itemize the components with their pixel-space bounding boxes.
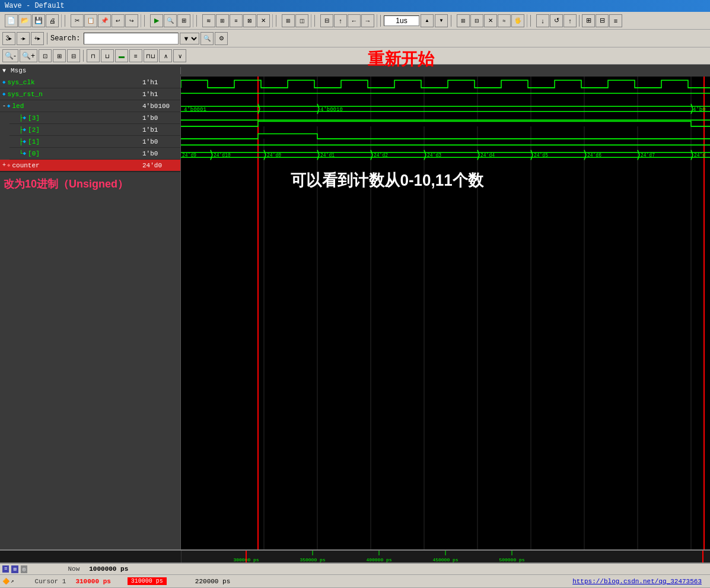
- zoom-sel[interactable]: ✕: [484, 14, 497, 27]
- signal-name-led: led: [12, 103, 138, 110]
- search-dropdown[interactable]: ▼: [180, 33, 199, 45]
- cursor-btn1[interactable]: ⊞: [282, 14, 295, 27]
- status-icon-2: ⊞: [11, 565, 18, 573]
- rt-btn2[interactable]: ↺: [550, 14, 563, 27]
- signal-row-sysrstn[interactable]: ◆ sys_rst_n 1'h1: [0, 88, 180, 100]
- wave-btn1[interactable]: ≋: [202, 14, 215, 27]
- now-value: 1000000 ps: [89, 565, 128, 573]
- wave-type6[interactable]: ∧: [159, 49, 172, 62]
- toolbar-area: 📄 📂 💾 🖨 ✂ 📋 📌 ↩ ↪ ▶ 🔍 ⊞: [0, 12, 710, 65]
- signal-row-counter[interactable]: + ◆ counter 24'd0: [0, 160, 180, 171]
- header-icon: ▼: [2, 68, 6, 74]
- zoom-in[interactable]: 🔍+: [20, 49, 37, 62]
- zoom-prev[interactable]: ⊟: [470, 14, 483, 27]
- sep9: [579, 15, 580, 27]
- signal-value-led2: 1'b1: [142, 126, 178, 134]
- svg-text:24'd3: 24'd3: [427, 152, 441, 158]
- wave-btn5[interactable]: ✕: [257, 14, 270, 27]
- cursor-btn2[interactable]: ◫: [295, 14, 308, 27]
- rt-btn1[interactable]: ↓: [536, 14, 549, 27]
- undo-button[interactable]: ↩: [112, 14, 125, 27]
- wave-btn3[interactable]: ≡: [230, 14, 243, 27]
- rt-btn6[interactable]: ≡: [609, 14, 622, 27]
- expand-led[interactable]: -: [2, 103, 6, 109]
- ptr-btn[interactable]: 3▸: [2, 32, 15, 45]
- cut-button[interactable]: ✂: [71, 14, 84, 27]
- zoom-wave[interactable]: ≈: [498, 14, 511, 27]
- wave-type1[interactable]: ⊓: [87, 49, 100, 62]
- wave-type2[interactable]: ⊔: [101, 49, 114, 62]
- rt-btn3[interactable]: ↑: [563, 14, 577, 27]
- wave-type4[interactable]: ≡: [129, 49, 142, 62]
- wave-type3[interactable]: ▬: [115, 49, 128, 62]
- status-bar: 300000 ps 350000 ps 400000 ps 450000 ps …: [0, 549, 710, 588]
- sep8: [530, 15, 531, 27]
- sep7: [451, 15, 451, 27]
- signal-row-led1[interactable]: ├ ◆ [1] 1'b0: [9, 136, 180, 148]
- search-go[interactable]: 🔍: [200, 32, 214, 45]
- nav-col-btn[interactable]: ⊟: [320, 14, 333, 27]
- svg-text:4'b0010: 4'b0010: [320, 106, 343, 112]
- new-button[interactable]: 📄: [5, 14, 18, 27]
- run-button[interactable]: ▶: [150, 14, 163, 27]
- waveform-svg: 4'b0001 4'b0010 4'b0: [181, 77, 710, 549]
- nav-left-btn[interactable]: ←: [348, 14, 361, 27]
- zoom-sel2[interactable]: ⊞: [53, 49, 66, 62]
- cursor1-value: 310000 ps: [75, 578, 110, 585]
- svg-text:24'd4: 24'd4: [480, 152, 495, 158]
- zoom-fit2[interactable]: ⊟: [67, 49, 80, 62]
- find-button[interactable]: 🔍: [164, 14, 177, 27]
- signal-value-sysclk: 1'h1: [142, 79, 178, 86]
- copy-button[interactable]: 📋: [84, 14, 97, 27]
- status-row-cursor1: 🔶 ↗ Cursor 1 310000 ps 310000 ps 220000 …: [0, 575, 710, 588]
- zoom-fit[interactable]: ⊞: [457, 14, 470, 27]
- wave-btn2[interactable]: ⊞: [216, 14, 229, 27]
- restart-label: 重新开始: [368, 48, 434, 71]
- redo-button[interactable]: ↪: [125, 14, 138, 27]
- open-button[interactable]: 📂: [18, 14, 31, 27]
- file-tools: 📄 📂 💾 🖨: [2, 14, 62, 27]
- time-up[interactable]: ▲: [421, 14, 434, 27]
- wave-type7[interactable]: ∨: [173, 49, 186, 62]
- marker-button[interactable]: ⊞: [177, 14, 190, 27]
- hand-btn[interactable]: 🖐: [511, 14, 524, 27]
- sep10: [47, 33, 47, 45]
- signal-value-led1: 1'b0: [142, 138, 178, 145]
- timeline-strip: 300000 ps 350000 ps 400000 ps 450000 ps …: [0, 551, 710, 562]
- search-opt[interactable]: ⚙: [215, 32, 228, 45]
- ptr-btn3[interactable]: +▸: [31, 32, 44, 45]
- time-input[interactable]: 1us: [384, 15, 419, 26]
- signal-row-sysclk[interactable]: ◆ sys_clk 1'h1: [0, 77, 180, 88]
- nav-up-btn[interactable]: ↑: [334, 14, 347, 27]
- signal-row-led[interactable]: - ◆ led 4'b0100: [0, 100, 180, 112]
- zoom-full[interactable]: ⊡: [39, 49, 52, 62]
- search-input[interactable]: [84, 33, 179, 45]
- wave-btn4[interactable]: ⊠: [243, 14, 256, 27]
- cursor1-icon2: ↗: [11, 578, 14, 585]
- wave-type5[interactable]: ⊓⊔: [144, 49, 158, 62]
- signal-row-led0[interactable]: └ ◆ [0] 1'b0: [9, 148, 180, 160]
- nav-right-btn[interactable]: →: [361, 14, 374, 27]
- expand-counter[interactable]: +: [2, 162, 6, 169]
- ptr-btn2[interactable]: -▸: [17, 32, 30, 45]
- diamond-led0: ◆: [23, 150, 26, 157]
- signal-row-led2[interactable]: ├ ◆ [2] 1'b1: [9, 124, 180, 136]
- rt-btn4[interactable]: ⊞: [582, 14, 595, 27]
- save-button[interactable]: 💾: [32, 14, 45, 27]
- indent-led2: ├: [19, 126, 23, 134]
- paste-button[interactable]: 📌: [98, 14, 111, 27]
- rt-btn5[interactable]: ⊟: [596, 14, 609, 27]
- print-button[interactable]: 🖨: [46, 14, 59, 27]
- title-text: Wave - Default: [5, 2, 65, 10]
- svg-text:400000 ps: 400000 ps: [366, 557, 391, 562]
- time-down[interactable]: ▼: [435, 14, 448, 27]
- app-container: Wave - Default 📄 📂 💾 🖨 ✂ 📋 📌 ↩ ↪: [0, 0, 710, 588]
- signal-name-sysclk: sys_clk: [7, 79, 138, 86]
- toolbar-row-2: 3▸ -▸ +▸ Search: ▼ 🔍 ⚙: [0, 30, 710, 47]
- waveform-area[interactable]: 4'b0001 4'b0010 4'b0: [181, 77, 710, 549]
- signal-list: ◆ sys_clk 1'h1 ◆ sys_rst_n 1'h1 - ◆ led …: [0, 77, 181, 549]
- signal-row-led3[interactable]: ├ ◆ [3] 1'b0: [9, 112, 180, 124]
- signal-value-led: 4'b0100: [142, 103, 178, 110]
- zoom-out[interactable]: 🔍-: [2, 49, 18, 62]
- run-tools: ▶ 🔍 ⊞: [148, 14, 193, 27]
